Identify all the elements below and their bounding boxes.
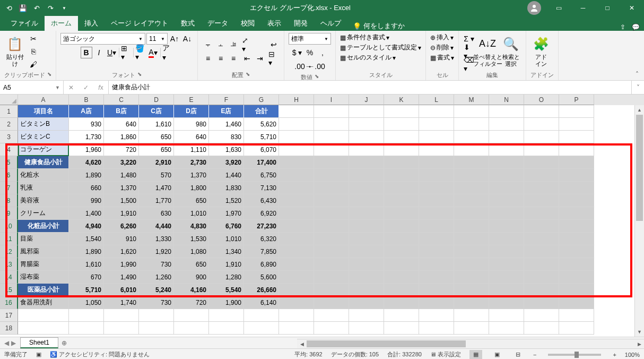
cell[interactable] — [489, 169, 524, 182]
cell[interactable] — [314, 271, 349, 284]
cell[interactable]: 650 — [139, 143, 174, 156]
font-color-button[interactable]: A ▾ — [147, 47, 159, 58]
cell[interactable] — [489, 220, 524, 233]
cell[interactable]: 570 — [139, 169, 174, 182]
cell[interactable] — [454, 220, 489, 233]
column-header-P[interactable]: P — [559, 95, 594, 105]
cell[interactable] — [314, 169, 349, 182]
cell[interactable] — [244, 309, 279, 322]
cell[interactable]: 650 — [139, 131, 174, 143]
cell[interactable] — [314, 258, 349, 271]
column-header-E[interactable]: E — [174, 95, 209, 105]
copy-icon[interactable]: ⎘ — [28, 46, 39, 57]
column-header-D[interactable]: D — [139, 95, 174, 105]
cell[interactable] — [279, 105, 314, 118]
cell[interactable] — [489, 322, 524, 335]
cell[interactable]: 4,160 — [174, 284, 209, 296]
italic-button[interactable]: I — [93, 47, 105, 58]
cell[interactable] — [419, 156, 454, 169]
cell[interactable] — [559, 245, 594, 258]
cell[interactable] — [384, 296, 419, 309]
cell[interactable] — [489, 131, 524, 143]
cell[interactable]: 6,750 — [244, 169, 279, 182]
cell[interactable] — [279, 194, 314, 207]
cell[interactable]: 6,260 — [104, 220, 139, 233]
cell[interactable] — [454, 296, 489, 309]
cell[interactable] — [349, 143, 384, 156]
cell[interactable] — [349, 156, 384, 169]
cell[interactable] — [279, 284, 314, 296]
cell[interactable]: 5,710 — [69, 284, 104, 296]
cell[interactable] — [384, 245, 419, 258]
zoom-in-button[interactable]: + — [613, 352, 616, 358]
tab-formulas[interactable]: 数式 — [175, 16, 201, 31]
cell[interactable] — [349, 220, 384, 233]
zoom-slider[interactable] — [548, 354, 601, 356]
number-dialog-launcher[interactable]: ⬊ — [315, 73, 319, 81]
tab-file[interactable]: ファイル — [4, 16, 45, 31]
cell[interactable] — [314, 118, 349, 131]
cell[interactable]: 17,400 — [244, 156, 279, 169]
row-header-17[interactable]: 17 — [0, 309, 18, 322]
merge-center-icon[interactable]: ⊟ ▾ — [268, 53, 280, 64]
cell[interactable] — [384, 194, 419, 207]
increase-font-icon[interactable]: A↑ — [169, 33, 180, 45]
cell[interactable] — [384, 309, 419, 322]
cell[interactable]: 720 — [174, 296, 209, 309]
cell[interactable] — [104, 322, 139, 335]
row-header-7[interactable]: 7 — [0, 182, 18, 194]
column-header-A[interactable]: A — [18, 95, 69, 105]
cell[interactable]: 1,520 — [209, 194, 244, 207]
cell[interactable] — [314, 105, 349, 118]
cell[interactable] — [559, 194, 594, 207]
format-as-table-button[interactable]: ▦テーブルとして書式設定 ▾ — [340, 43, 421, 52]
cell[interactable] — [349, 182, 384, 194]
tab-insert[interactable]: 挿入 — [78, 16, 105, 31]
cell[interactable] — [454, 156, 489, 169]
autosave-icon[interactable]: ⟲ — [4, 3, 14, 13]
cell[interactable]: 1,490 — [104, 271, 139, 284]
cell[interactable] — [454, 322, 489, 335]
row-header-12[interactable]: 12 — [0, 245, 18, 258]
cell[interactable] — [419, 118, 454, 131]
cell[interactable]: 合計 — [244, 105, 279, 118]
cell[interactable]: 1,800 — [174, 182, 209, 194]
cell[interactable]: 1,370 — [174, 169, 209, 182]
cell[interactable]: 6,320 — [244, 233, 279, 245]
cell[interactable]: 630 — [139, 207, 174, 220]
font-name-combo[interactable]: 游ゴシック▼ — [60, 33, 145, 45]
cell[interactable]: 1,730 — [69, 131, 104, 143]
cell[interactable]: 1,280 — [209, 271, 244, 284]
cell[interactable]: 1,890 — [69, 169, 104, 182]
cell[interactable] — [524, 271, 559, 284]
cell[interactable] — [419, 245, 454, 258]
cell[interactable] — [559, 220, 594, 233]
page-layout-view-button[interactable]: ▣ — [491, 350, 503, 360]
cell[interactable] — [384, 105, 419, 118]
cell[interactable]: 1,530 — [174, 233, 209, 245]
cell[interactable]: 930 — [69, 118, 104, 131]
user-avatar-icon[interactable] — [527, 1, 541, 15]
cell[interactable]: 1,260 — [139, 271, 174, 284]
cell[interactable]: 1,460 — [209, 118, 244, 131]
cell[interactable] — [489, 118, 524, 131]
expand-formula-bar-button[interactable]: ˅ — [631, 81, 644, 94]
align-bottom-icon[interactable]: ⫡ — [228, 39, 239, 50]
column-header-N[interactable]: N — [489, 95, 524, 105]
cell[interactable] — [489, 284, 524, 296]
sheet-prev-icon[interactable]: ◀ — [4, 339, 9, 347]
cell[interactable] — [18, 322, 69, 335]
cell[interactable]: 1,470 — [139, 182, 174, 194]
cell[interactable]: 4,830 — [174, 220, 209, 233]
cell[interactable] — [454, 105, 489, 118]
cell[interactable]: 1,400 — [69, 207, 104, 220]
cell[interactable]: E店 — [209, 105, 244, 118]
fill-color-button[interactable]: 🪣 ▾ — [135, 47, 146, 58]
select-all-corner[interactable] — [0, 95, 18, 105]
cell[interactable] — [454, 169, 489, 182]
cell[interactable]: 6,010 — [104, 284, 139, 296]
number-format-combo[interactable]: 標準▼ — [289, 33, 331, 45]
column-header-F[interactable]: F — [209, 95, 244, 105]
cell[interactable] — [279, 309, 314, 322]
formula-input[interactable]: 健康食品小計 — [109, 81, 631, 94]
